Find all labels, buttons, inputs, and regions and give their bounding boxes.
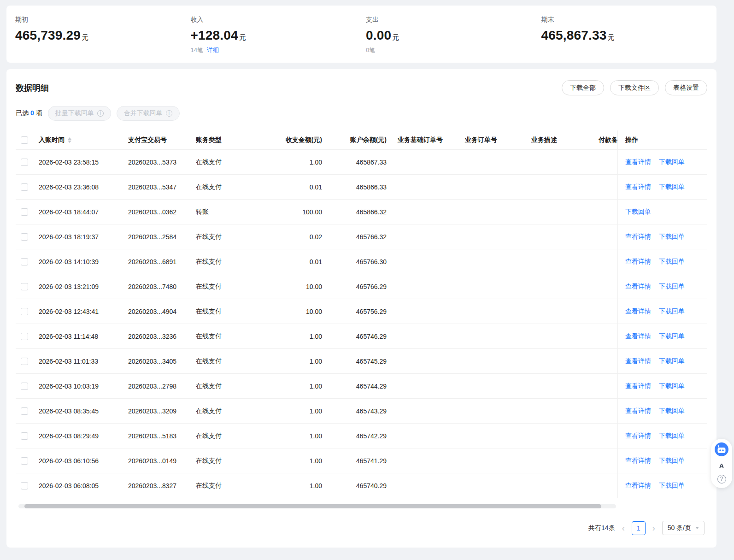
row-checkbox-cell xyxy=(16,283,34,290)
row-action-link[interactable]: 查看详情 xyxy=(625,432,651,440)
row-transaction-id: 20260203...3236 xyxy=(123,333,190,340)
row-action-link[interactable]: 查看详情 xyxy=(625,258,651,266)
info-icon: i xyxy=(97,110,104,117)
page-number-button[interactable]: 1 xyxy=(632,521,646,535)
row-entry-time: 2026-02-03 18:19:37 xyxy=(34,233,123,241)
row-action-link[interactable]: 下载回单 xyxy=(659,307,685,316)
row-checkbox[interactable] xyxy=(21,233,28,241)
row-action-link[interactable]: 下载回单 xyxy=(659,407,685,415)
summary-value: 465,739.29 xyxy=(15,28,81,42)
row-action-link[interactable]: 下载回单 xyxy=(659,158,685,166)
table-row: 2026-02-03 11:01:3320260203...3405在线支付1.… xyxy=(16,349,707,374)
horizontal-scrollbar-thumb[interactable] xyxy=(24,504,601,508)
row-balance: 465766.32 xyxy=(328,233,392,241)
row-amount: 1.00 xyxy=(258,383,328,390)
row-checkbox[interactable] xyxy=(21,457,28,465)
row-action-link[interactable]: 查看详情 xyxy=(625,307,651,316)
row-checkbox[interactable] xyxy=(21,432,28,440)
row-action-link[interactable]: 查看详情 xyxy=(625,407,651,415)
table-settings-button[interactable]: 表格设置 xyxy=(665,80,707,95)
currency-unit: 元 xyxy=(239,33,246,41)
row-balance: 465742.29 xyxy=(328,432,392,440)
row-action-link[interactable]: 下载回单 xyxy=(659,382,685,390)
row-action-link[interactable]: 下载回单 xyxy=(659,482,685,490)
row-action-link[interactable]: 查看详情 xyxy=(625,332,651,341)
row-action-link[interactable]: 查看详情 xyxy=(625,233,651,241)
row-action-link[interactable]: 下载回单 xyxy=(659,258,685,266)
row-checkbox-cell xyxy=(16,432,34,440)
help-icon[interactable]: ? xyxy=(717,475,726,483)
row-action-link[interactable]: 下载回单 xyxy=(659,357,685,365)
row-action-link[interactable]: 下载回单 xyxy=(659,432,685,440)
row-balance: 465867.33 xyxy=(328,159,392,166)
row-action-link[interactable]: 查看详情 xyxy=(625,357,651,365)
row-action-link[interactable]: 下载回单 xyxy=(659,233,685,241)
row-action-link[interactable]: 下载回单 xyxy=(659,283,685,291)
prev-page-icon[interactable]: ‹ xyxy=(622,524,625,532)
row-checkbox[interactable] xyxy=(21,358,28,365)
row-action-link[interactable]: 下载回单 xyxy=(659,457,685,465)
row-transaction-id: 20260203...0149 xyxy=(123,457,190,465)
row-action-link[interactable]: 下载回单 xyxy=(659,183,685,191)
row-checkbox[interactable] xyxy=(21,208,28,216)
row-checkbox[interactable] xyxy=(21,308,28,315)
row-action-link[interactable]: 下载回单 xyxy=(625,208,651,216)
row-checkbox[interactable] xyxy=(21,258,28,265)
row-action-link[interactable]: 查看详情 xyxy=(625,183,651,191)
row-action-link[interactable]: 查看详情 xyxy=(625,283,651,291)
merge-download-receipts-button[interactable]: 合并下载回单 i xyxy=(117,106,180,121)
batch-download-receipts-button[interactable]: 批量下载回单 i xyxy=(48,106,111,121)
row-account-type: 在线支付 xyxy=(190,158,258,166)
row-entry-time: 2026-02-03 10:03:19 xyxy=(34,383,123,390)
horizontal-scrollbar-track[interactable] xyxy=(18,504,616,508)
table-row: 2026-02-03 23:36:0820260203...5347在线支付0.… xyxy=(16,175,707,200)
download-file-zone-button[interactable]: 下载文件区 xyxy=(610,80,659,95)
row-checkbox[interactable] xyxy=(21,159,28,166)
row-transaction-id: 20260203...3405 xyxy=(123,358,190,365)
col-header-base-order-id: 业务基础订单号 xyxy=(392,136,459,144)
row-action-link[interactable]: 查看详情 xyxy=(625,382,651,390)
assistant-robot-icon[interactable] xyxy=(714,442,729,457)
page-title: 数据明细 xyxy=(16,83,49,94)
row-entry-time: 2026-02-03 14:10:39 xyxy=(34,258,123,265)
row-actions: 查看详情下载回单 xyxy=(617,424,707,448)
next-page-icon[interactable]: › xyxy=(652,524,655,532)
row-checkbox[interactable] xyxy=(21,407,28,415)
row-checkbox[interactable] xyxy=(21,333,28,340)
income-detail-link[interactable]: 详细 xyxy=(207,46,219,54)
total-count-text: 共有14条 xyxy=(588,524,615,532)
select-all-checkbox[interactable] xyxy=(21,136,28,144)
row-account-type: 在线支付 xyxy=(190,258,258,266)
table-row: 2026-02-03 13:21:0920260203...7480在线支付10… xyxy=(16,274,707,299)
row-actions: 查看详情下载回单 xyxy=(617,324,707,348)
row-account-type: 在线支付 xyxy=(190,407,258,415)
col-header-order-id: 业务订单号 xyxy=(459,136,526,144)
row-account-type: 在线支付 xyxy=(190,283,258,291)
page-size-select[interactable]: 50 条/页 xyxy=(662,521,705,535)
row-checkbox[interactable] xyxy=(21,383,28,390)
table-header-row: 入账时间 支付宝交易号 账务类型 收支金额(元) 账户余额(元) 业务基础订单号… xyxy=(16,130,707,150)
row-account-type: 在线支付 xyxy=(190,183,258,191)
row-account-type: 在线支付 xyxy=(190,357,258,365)
selected-count-text: 已选0项 xyxy=(16,109,42,118)
row-checkbox[interactable] xyxy=(21,283,28,290)
table-body: 2026-02-03 23:58:1520260203...5373在线支付1.… xyxy=(16,150,707,498)
row-checkbox[interactable] xyxy=(21,482,28,489)
row-amount: 0.01 xyxy=(258,258,328,265)
col-header-description: 业务描述 xyxy=(526,136,593,144)
row-checkbox-cell xyxy=(16,208,34,216)
row-transaction-id: 20260203...3209 xyxy=(123,407,190,415)
row-account-type: 在线支付 xyxy=(190,332,258,341)
row-checkbox[interactable] xyxy=(21,183,28,191)
row-amount: 0.01 xyxy=(258,183,328,191)
row-balance: 465743.29 xyxy=(328,407,392,415)
row-checkbox-cell xyxy=(16,457,34,465)
sort-icon[interactable] xyxy=(68,137,71,143)
row-checkbox-cell xyxy=(16,482,34,489)
row-action-link[interactable]: 查看详情 xyxy=(625,482,651,490)
row-action-link[interactable]: 下载回单 xyxy=(659,332,685,341)
download-all-button[interactable]: 下载全部 xyxy=(562,80,604,95)
row-action-link[interactable]: 查看详情 xyxy=(625,457,651,465)
row-action-link[interactable]: 查看详情 xyxy=(625,158,651,166)
assistant-a-icon[interactable]: A xyxy=(719,462,724,470)
